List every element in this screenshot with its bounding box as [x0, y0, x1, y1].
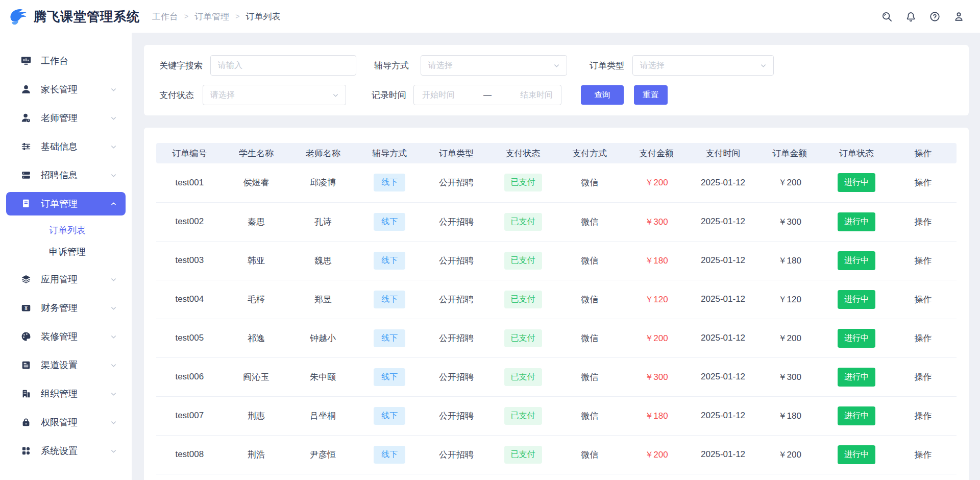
chevron-down-icon [110, 86, 117, 93]
sidebar-subitem-appeal-mgmt[interactable]: 申诉管理 [0, 241, 132, 262]
sidebar-item-recruit-info[interactable]: 招聘信息 [6, 163, 126, 187]
order-id: test002 [156, 202, 223, 241]
sidebar-item-decoration-mgmt[interactable]: 装修管理 [6, 325, 126, 348]
payment-time: 2025-01-12 [690, 241, 756, 280]
query-button[interactable]: 查询 [581, 85, 624, 105]
student-name: 毛梣 [223, 280, 290, 319]
order-id: test005 [156, 319, 223, 357]
chevron-down-icon [110, 276, 117, 283]
sidebar-item-basic-info[interactable]: 基础信息 [6, 135, 126, 158]
payment-status-badge: 已支付 [504, 329, 542, 347]
breadcrumb-item-workbench[interactable]: 工作台 [152, 11, 178, 22]
order-amount: ￥200 [756, 163, 823, 202]
action-link[interactable]: 操作 [890, 241, 957, 280]
sidebar: 工作台家长管理老师管理基础信息招聘信息订单管理订单列表申诉管理应用管理¥财务管理… [0, 33, 132, 480]
payment-status-badge: 已支付 [504, 446, 542, 464]
column-header-payment-amount: 支付金额 [623, 143, 690, 163]
sidebar-item-app-mgmt[interactable]: 应用管理 [6, 268, 126, 291]
sidebar-item-label: 家长管理 [41, 83, 110, 95]
grid-icon [20, 445, 32, 457]
payment-status-badge: 已支付 [489, 280, 556, 319]
user-icon[interactable] [953, 11, 965, 22]
record-time-range-picker[interactable]: 开始时间 — 结束时间 [413, 85, 561, 105]
person-icon [20, 84, 32, 95]
sidebar-item-channel-settings[interactable]: 渠道设置 [6, 353, 126, 377]
tutoring-method-badge: 线下 [356, 163, 423, 202]
order-status-badge: 进行中 [823, 357, 890, 396]
tutoring-method-badge: 线下 [356, 396, 423, 435]
order-status-badge: 进行中 [823, 241, 890, 280]
order-amount: ￥300 [756, 202, 823, 241]
student-name: 韩亚 [223, 241, 290, 280]
breadcrumb-item-order-mgmt[interactable]: 订单管理 [194, 11, 229, 22]
action-link[interactable]: 操作 [890, 319, 957, 357]
keyword-input[interactable] [211, 61, 356, 70]
payment-status-badge: 已支付 [489, 163, 556, 202]
chevron-down-icon [110, 390, 117, 398]
help-icon[interactable] [929, 11, 941, 22]
student-name: 侯煜睿 [223, 163, 290, 202]
payment-method: 微信 [556, 163, 623, 202]
range-separator: — [483, 90, 492, 100]
payment-method: 微信 [556, 396, 623, 435]
tutoring-method-badge: 线下 [374, 213, 405, 231]
sidebar-item-order-mgmt[interactable]: 订单管理 [6, 192, 126, 215]
chevron-down-icon [760, 62, 767, 69]
action-link[interactable]: 操作 [890, 396, 957, 435]
payment-method: 微信 [556, 435, 623, 474]
tutoring-method-select[interactable]: 请选择 [421, 55, 567, 76]
order-type-select[interactable]: 请选择 [632, 55, 774, 76]
payment-amount: ￥200 [623, 435, 690, 474]
order-status-badge: 进行中 [838, 251, 875, 270]
column-header-order-amount: 订单金额 [756, 143, 823, 163]
teacher-icon [20, 112, 32, 124]
order-amount: ￥120 [756, 280, 823, 319]
chevron-down-icon [332, 91, 339, 99]
payment-status-badge: 已支付 [489, 319, 556, 357]
action-link[interactable]: 操作 [890, 357, 957, 396]
reset-button[interactable]: 重置 [634, 85, 668, 105]
column-header-student-name: 学生名称 [223, 143, 290, 163]
payment-status-select[interactable]: 请选择 [203, 85, 346, 105]
order-id: test007 [156, 396, 223, 435]
action-link[interactable]: 操作 [890, 280, 957, 319]
sidebar-item-system-settings[interactable]: 系统设置 [6, 439, 126, 463]
payment-method: 微信 [556, 319, 623, 357]
tutoring-method-badge: 线下 [356, 319, 423, 357]
lock-icon [20, 417, 32, 428]
order-type-placeholder: 请选择 [640, 60, 665, 71]
action-link[interactable]: 操作 [890, 163, 957, 202]
tutoring-method-badge: 线下 [374, 446, 405, 464]
bell-icon[interactable] [905, 11, 917, 22]
teacher-name: 邱凌博 [289, 163, 356, 202]
order-amount: ￥180 [756, 396, 823, 435]
payment-amount: ￥120 [623, 280, 690, 319]
sidebar-item-parent-mgmt[interactable]: 家长管理 [6, 78, 126, 101]
svg-text:¥: ¥ [24, 305, 28, 311]
table-row: test001侯煜睿邱凌博线下公开招聘已支付微信￥2002025-01-12￥2… [156, 163, 957, 202]
table-row: test008荆浩尹彦恒线下公开招聘已支付微信￥2002025-01-12￥20… [156, 435, 957, 474]
column-header-tutoring-method-badge: 辅导方式 [356, 143, 423, 163]
sidebar-item-workbench[interactable]: 工作台 [6, 49, 126, 73]
order-amount: ￥300 [756, 357, 823, 396]
sidebar-subitem-order-list[interactable]: 订单列表 [0, 220, 132, 241]
sidebar-item-finance-mgmt[interactable]: ¥财务管理 [6, 296, 126, 320]
search-icon[interactable] [881, 11, 893, 22]
chevron-down-icon [110, 114, 117, 122]
action-link[interactable]: 操作 [890, 435, 957, 474]
teacher-name: 朱中颐 [289, 357, 356, 396]
sidebar-item-teacher-mgmt[interactable]: 老师管理 [6, 106, 126, 130]
order-status-badge: 进行中 [823, 163, 890, 202]
action-link[interactable]: 操作 [890, 202, 957, 241]
chevron-down-icon [110, 419, 117, 426]
chevron-down-icon [110, 333, 117, 341]
sidebar-item-permission-mgmt[interactable]: 权限管理 [6, 411, 126, 434]
order-type: 公开招聘 [423, 396, 490, 435]
payment-time: 2025-01-12 [690, 357, 756, 396]
column-header-order-type: 订单类型 [423, 143, 490, 163]
breadcrumb: 工作台 > 订单管理 > 订单列表 [152, 11, 280, 22]
filter-panel: 关键字搜索 辅导方式 请选择 订单类型 请选择 支付状态 请选择 记录时间 [144, 45, 969, 115]
sidebar-item-org-mgmt[interactable]: 组织管理 [6, 382, 126, 405]
order-status-badge: 进行中 [838, 290, 875, 309]
order-type: 公开招聘 [423, 319, 490, 357]
